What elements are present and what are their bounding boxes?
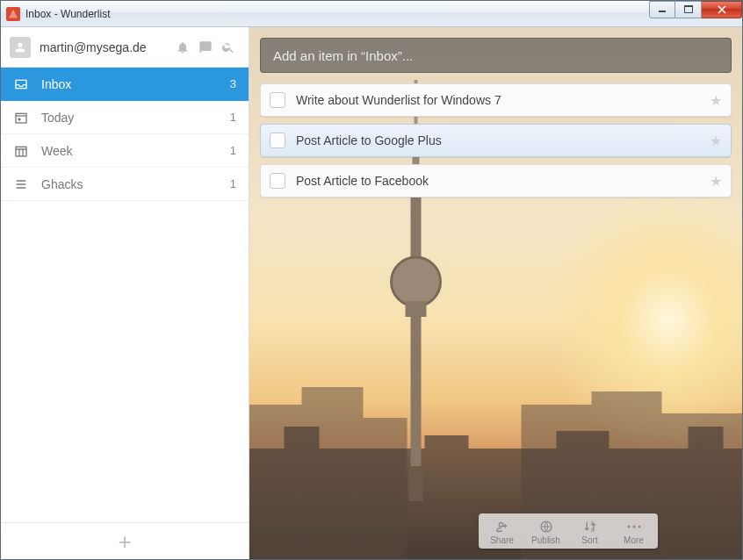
task-title: Write about Wunderlist for Windows 7 [296, 93, 710, 107]
sidebar-item-label: Week [41, 144, 230, 158]
minimize-button[interactable] [649, 1, 675, 18]
star-icon[interactable]: ★ [710, 92, 722, 109]
sidebar-item-count: 1 [230, 111, 236, 124]
main-panel: Add an item in “Inbox”... Write about Wu… [249, 27, 742, 559]
sidebar-item-count: 1 [230, 144, 236, 157]
plus-icon: + [118, 530, 131, 553]
svg-rect-0 [659, 11, 666, 12]
svg-text:Z: Z [590, 528, 593, 533]
task-row[interactable]: Post Article to Facebook ★ [260, 164, 732, 197]
task-title: Post Article to Facebook [296, 174, 710, 188]
sidebar: martin@mysega.de Inbox 3 [1, 27, 249, 559]
svg-text:A: A [590, 521, 593, 525]
toolbar-label: Sort [581, 535, 597, 545]
sidebar-item-inbox[interactable]: Inbox 3 [1, 68, 249, 101]
app-body: martin@mysega.de Inbox 3 [1, 27, 742, 559]
week-icon [13, 143, 29, 159]
list-icon [13, 176, 29, 192]
task-checkbox[interactable] [270, 92, 285, 108]
star-icon[interactable]: ★ [710, 173, 722, 190]
more-button[interactable]: More [612, 517, 656, 547]
close-button[interactable] [702, 1, 742, 18]
bottom-toolbar: Share Publish AZ Sort [479, 513, 658, 549]
globe-icon [537, 519, 556, 535]
comment-icon[interactable] [194, 36, 217, 59]
publish-button[interactable]: Publish [524, 517, 568, 547]
star-icon[interactable]: ★ [710, 133, 722, 149]
app-window: Inbox - Wunderlist martin@mysega.de [0, 0, 743, 560]
svg-rect-2 [684, 5, 693, 7]
inbox-icon [13, 76, 29, 92]
sidebar-item-label: Inbox [41, 77, 230, 91]
search-icon[interactable] [217, 36, 240, 59]
sidebar-item-today[interactable]: Today 1 [1, 101, 249, 134]
sidebar-item-count: 1 [230, 177, 236, 190]
task-row[interactable]: Write about Wunderlist for Windows 7 ★ [260, 83, 732, 117]
svg-point-4 [18, 118, 21, 120]
svg-point-31 [632, 526, 635, 528]
share-button[interactable]: Share [480, 517, 524, 547]
add-item-placeholder: Add an item in “Inbox”... [273, 48, 413, 63]
task-checkbox[interactable] [270, 133, 285, 148]
sidebar-item-label: Ghacks [41, 177, 230, 191]
task-row[interactable]: Post Article to Google Plus ★ [260, 124, 732, 157]
sidebar-item-label: Today [41, 111, 230, 125]
add-list-button[interactable]: + [1, 522, 249, 559]
bell-icon[interactable] [171, 36, 194, 59]
user-email[interactable]: martin@mysega.de [40, 40, 171, 54]
svg-point-30 [627, 526, 630, 528]
task-title: Post Article to Google Plus [296, 133, 710, 147]
sidebar-lists: Inbox 3 Today 1 Week 1 [1, 68, 249, 522]
add-item-input[interactable]: Add an item in “Inbox”... [260, 38, 732, 73]
svg-point-32 [638, 526, 640, 528]
maximize-button[interactable] [675, 1, 702, 18]
sidebar-item-ghacks[interactable]: Ghacks 1 [1, 168, 249, 201]
svg-rect-3 [16, 113, 26, 123]
toolbar-label: More [624, 535, 644, 545]
sidebar-header: martin@mysega.de [1, 27, 249, 68]
titlebar: Inbox - Wunderlist [1, 1, 742, 27]
sidebar-item-week[interactable]: Week 1 [1, 134, 249, 168]
sort-icon: AZ [581, 519, 600, 535]
toolbar-label: Publish [531, 535, 560, 545]
share-icon [493, 519, 512, 535]
more-icon [624, 519, 644, 535]
calendar-icon [13, 110, 29, 126]
avatar[interactable] [10, 37, 31, 58]
toolbar-label: Share [490, 535, 514, 545]
sidebar-item-count: 3 [230, 77, 236, 90]
window-controls [649, 1, 742, 18]
window-title: Inbox - Wunderlist [25, 8, 649, 20]
app-icon [6, 7, 20, 21]
main-content: Add an item in “Inbox”... Write about Wu… [249, 27, 742, 559]
sort-button[interactable]: AZ Sort [568, 517, 612, 547]
svg-rect-5 [16, 147, 26, 156]
task-checkbox[interactable] [270, 173, 285, 189]
